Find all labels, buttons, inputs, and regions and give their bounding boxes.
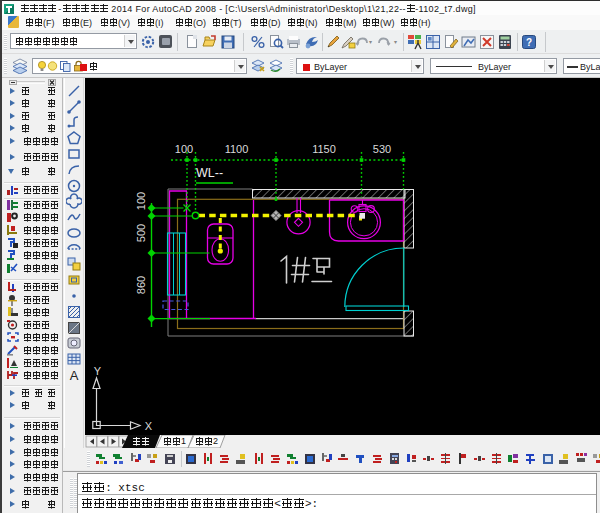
svg-text:A: A [69, 368, 78, 383]
svg-text:Y: Y [94, 365, 102, 377]
svg-text:X: X [145, 420, 153, 432]
svg-text:500: 500 [135, 224, 147, 242]
svg-text:100: 100 [135, 192, 147, 210]
svg-text:1150: 1150 [312, 143, 336, 155]
svg-text:?: ? [526, 37, 532, 48]
svg-text:530: 530 [373, 143, 391, 155]
svg-text:1100: 1100 [225, 143, 249, 155]
svg-text:100: 100 [175, 143, 193, 155]
svg-text:860: 860 [135, 276, 147, 294]
svg-text:WL--: WL-- [196, 166, 223, 180]
